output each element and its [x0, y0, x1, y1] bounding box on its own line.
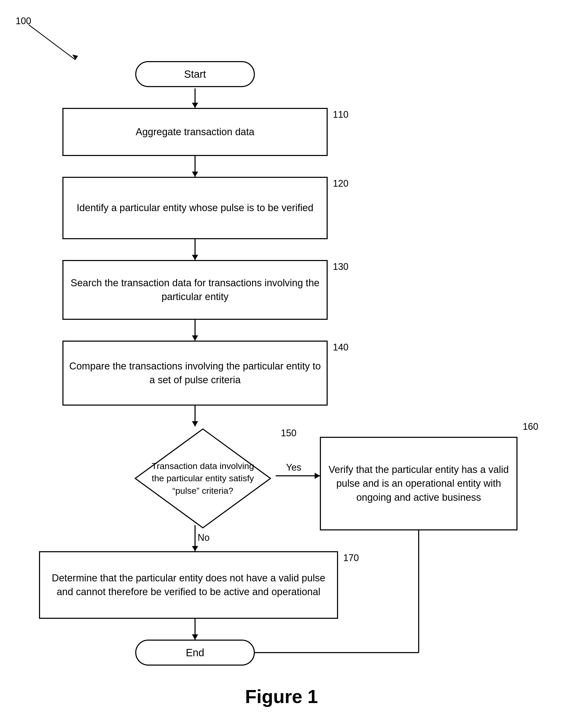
start-node: Start [135, 61, 255, 87]
svg-marker-7 [192, 255, 198, 260]
svg-marker-16 [192, 546, 198, 551]
svg-text:No: No [198, 532, 210, 543]
svg-marker-1 [72, 55, 78, 60]
box-140: Compare the transactions involving the p… [62, 341, 328, 406]
end-node: End [135, 640, 255, 666]
svg-marker-19 [192, 634, 198, 640]
ref-150: 150 [281, 428, 296, 439]
svg-line-0 [29, 25, 75, 60]
ref-120: 120 [333, 178, 348, 189]
diamond-150: Transaction data involving the particula… [133, 426, 273, 530]
ref-140: 140 [333, 342, 348, 353]
box-160: Verify that the particular entity has a … [320, 437, 517, 530]
svg-marker-13 [315, 473, 320, 479]
svg-marker-5 [192, 172, 198, 177]
figure-caption: Figure 1 [0, 686, 563, 707]
box-170: Determine that the particular entity doe… [39, 551, 338, 619]
svg-marker-3 [192, 103, 198, 108]
ref-100-label: 100 [16, 16, 31, 27]
ref-170: 170 [343, 553, 359, 563]
svg-marker-9 [192, 335, 198, 341]
diagram-container: 100 Yes No [0, 0, 563, 728]
box-110: Aggregate transaction data [62, 108, 328, 156]
box-120: Identify a particular entity whose pulse… [62, 177, 328, 239]
ref-130: 130 [333, 261, 348, 272]
svg-marker-11 [192, 421, 198, 426]
ref-110: 110 [333, 109, 348, 120]
svg-text:Yes: Yes [286, 462, 301, 473]
box-130: Search the transaction data for transact… [62, 260, 328, 320]
ref-160: 160 [523, 421, 538, 432]
